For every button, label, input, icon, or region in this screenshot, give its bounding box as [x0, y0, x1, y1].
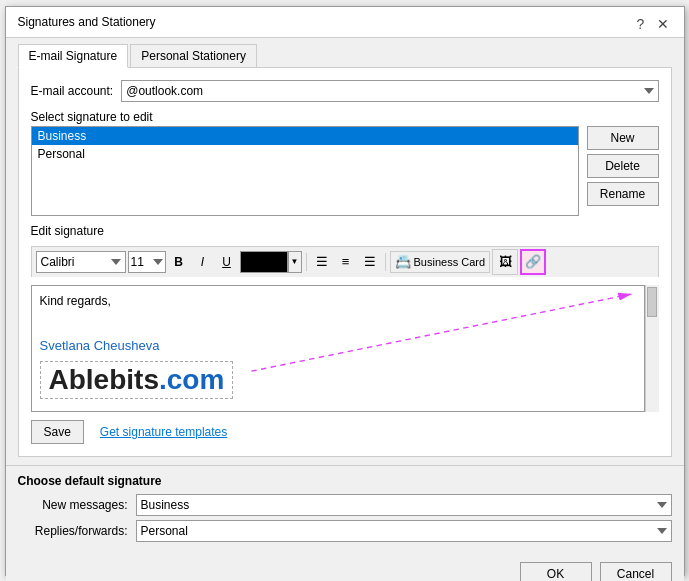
tab-personal-stationery[interactable]: Personal Stationery	[130, 44, 257, 67]
choose-default-section: Choose default signature New messages: B…	[6, 465, 684, 554]
size-select[interactable]: 11	[128, 251, 166, 273]
cancel-button[interactable]: Cancel	[600, 562, 672, 582]
business-card-button[interactable]: 📇 Business Card	[390, 251, 491, 273]
replies-row: Replies/forwards: Personal Business	[18, 520, 672, 542]
new-button[interactable]: New	[587, 126, 659, 150]
new-messages-select[interactable]: Business Personal	[136, 494, 672, 516]
font-select[interactable]: Calibri	[36, 251, 126, 273]
bottom-bar: OK Cancel	[6, 554, 684, 582]
email-account-row: E-mail account: @outlook.com	[31, 80, 659, 102]
close-button[interactable]: ✕	[654, 15, 672, 33]
insert-picture-button[interactable]: 🖼	[492, 249, 518, 275]
choose-default-title: Choose default signature	[18, 474, 672, 488]
tab-email-signature[interactable]: E-mail Signature	[18, 44, 129, 68]
replies-select[interactable]: Personal Business	[136, 520, 672, 542]
align-center-button[interactable]: ≡	[335, 251, 357, 273]
help-button[interactable]: ?	[632, 15, 650, 33]
bold-button[interactable]: B	[168, 251, 190, 273]
email-account-label: E-mail account:	[31, 84, 114, 98]
signature-buttons: New Delete Rename	[587, 126, 659, 216]
rename-button[interactable]: Rename	[587, 182, 659, 206]
dialog-title: Signatures and Stationery	[18, 15, 156, 37]
dialog: Signatures and Stationery ? ✕ E-mail Sig…	[5, 6, 685, 576]
email-account-select[interactable]: @outlook.com	[121, 80, 658, 102]
main-content: E-mail account: @outlook.com Select sign…	[18, 67, 672, 457]
sig-spacer	[40, 316, 636, 330]
sig-name: Svetlana Cheusheva	[40, 338, 636, 353]
sig-logo-text: Ablebits	[49, 364, 159, 395]
sig-logo-row: Ablebits.com	[40, 361, 636, 399]
sig-logo: Ablebits.com	[40, 361, 234, 399]
ok-button[interactable]: OK	[520, 562, 592, 582]
new-messages-row: New messages: Business Personal	[18, 494, 672, 516]
scrollbar-track[interactable]	[645, 285, 659, 412]
editor-wrapper: Kind regards, Svetlana Cheusheva Ablebit…	[31, 285, 659, 412]
signature-editor[interactable]: Kind regards, Svetlana Cheusheva Ablebit…	[31, 285, 645, 412]
font-color-dropdown[interactable]: ▼	[288, 251, 302, 273]
get-templates-link[interactable]: Get signature templates	[100, 425, 227, 439]
select-signature-section: Select signature to edit Business Person…	[31, 110, 659, 216]
title-buttons: ? ✕	[632, 15, 672, 33]
align-left-button[interactable]: ☰	[311, 251, 333, 273]
underline-button[interactable]: U	[216, 251, 238, 273]
select-signature-label: Select signature to edit	[31, 110, 659, 124]
italic-button[interactable]: I	[192, 251, 214, 273]
sig-kind-regards: Kind regards,	[40, 294, 636, 308]
tabs: E-mail Signature Personal Stationery	[6, 38, 684, 67]
signature-item-business[interactable]: Business	[32, 127, 578, 145]
toolbar-separator-1	[306, 253, 307, 271]
toolbar-separator-2	[385, 253, 386, 271]
toolbar: Calibri 11 B I U ▼ ☰ ≡ ☰ 📇 Business Card…	[31, 246, 659, 277]
signature-list-box[interactable]: Business Personal	[31, 126, 579, 216]
title-bar: Signatures and Stationery ? ✕	[6, 7, 684, 38]
font-color-button[interactable]	[240, 251, 288, 273]
save-button[interactable]: Save	[31, 420, 84, 444]
save-row: Save Get signature templates	[31, 420, 659, 444]
sig-logo-suffix: .com	[159, 364, 224, 395]
scrollbar-thumb[interactable]	[647, 287, 657, 317]
signature-list-container: Business Personal New Delete Rename	[31, 126, 659, 216]
new-messages-label: New messages:	[18, 498, 128, 512]
align-right-button[interactable]: ☰	[359, 251, 381, 273]
insert-hyperlink-button[interactable]: 🔗	[520, 249, 546, 275]
delete-button[interactable]: Delete	[587, 154, 659, 178]
replies-label: Replies/forwards:	[18, 524, 128, 538]
signature-item-personal[interactable]: Personal	[32, 145, 578, 163]
edit-signature-label: Edit signature	[31, 224, 659, 238]
business-card-label: Business Card	[414, 256, 486, 268]
